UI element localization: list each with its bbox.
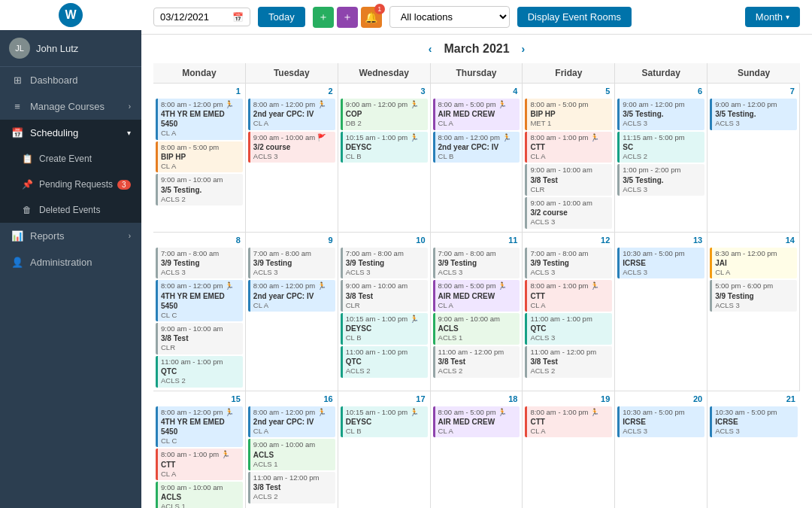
calendar-event[interactable]: 5:00 pm - 6:00 pm3/9 TestingACLS 3 xyxy=(710,280,797,312)
calendar-event[interactable]: 10:30 am - 5:00 pmICRSEACLS 3 xyxy=(617,248,704,279)
today-button[interactable]: Today xyxy=(258,7,305,27)
calendar-cell-20[interactable]: 2010:30 am - 5:00 pmICRSEACLS 3 xyxy=(615,391,707,509)
calendar-cell-3[interactable]: 39:00 am - 12:00 pm 🏃COPDB 210:15 am - 1… xyxy=(338,84,431,233)
calendar-event[interactable]: 9:00 am - 10:00 amACLSACLS 1 xyxy=(248,439,335,470)
calendar-cell-10[interactable]: 107:00 am - 8:00 am3/9 TestingACLS 39:00… xyxy=(338,233,431,391)
calendar-cell-2[interactable]: 28:00 am - 12:00 pm 🏃2nd year CPC: IVCL … xyxy=(246,84,338,233)
calendar-event[interactable]: 8:00 am - 12:00 pm 🏃2nd year CPC: IVCL A xyxy=(248,406,335,438)
event-sub: ACLS 3 xyxy=(623,427,701,436)
calendar-cell-15[interactable]: 158:00 am - 12:00 pm 🏃4TH YR EM EMED 545… xyxy=(153,391,246,509)
sidebar-item-administration[interactable]: 👤 Administration xyxy=(0,249,141,275)
calendar-event[interactable]: 8:00 am - 1:00 pm 🏃CTTCL A xyxy=(525,132,612,163)
calendar-event[interactable]: 8:00 am - 5:00 pm 🏃AIR MED CREWCL A xyxy=(433,406,520,438)
sidebar-item-scheduling[interactable]: 📅 Scheduling ▾ xyxy=(0,120,141,146)
calendar-event[interactable]: 8:00 am - 1:00 pm 🏃CTTCL A xyxy=(525,280,612,312)
calendar-cell-21[interactable]: 2110:30 am - 5:00 pmICRSEACLS 3 xyxy=(707,391,800,509)
sidebar-item-reports[interactable]: 📊 Reports › xyxy=(0,223,141,249)
event-title: CTT xyxy=(530,291,609,301)
calendar-event[interactable]: 11:00 am - 1:00 pmQTCACLS 3 xyxy=(525,313,612,345)
prev-month-button[interactable]: ‹ xyxy=(429,43,432,55)
sidebar-item-dashboard[interactable]: ⊞ Dashboard xyxy=(0,67,141,93)
event-time: 10:30 am - 5:00 pm xyxy=(715,408,795,417)
calendar-cell-16[interactable]: 168:00 am - 12:00 pm 🏃2nd year CPC: IVCL… xyxy=(246,391,338,509)
calendar-cell-18[interactable]: 188:00 am - 5:00 pm 🏃AIR MED CREWCL A xyxy=(431,391,523,509)
calendar-cell-6[interactable]: 69:00 am - 12:00 pm3/5 Testing.ACLS 311:… xyxy=(615,84,707,233)
calendar-event[interactable]: 8:00 am - 5:00 pmBIP HPMET 1 xyxy=(525,99,612,130)
calendar-date-number: 6 xyxy=(617,85,705,97)
calendar-event[interactable]: 10:15 am - 1:00 pm 🏃DEYSCCL B xyxy=(341,132,428,163)
calendar-event[interactable]: 11:00 am - 12:00 pm3/8 TestACLS 2 xyxy=(433,346,520,378)
calendar-event[interactable]: 8:00 am - 1:00 pm 🏃CTTCL A xyxy=(156,449,243,480)
calendar-icon[interactable]: 📅 xyxy=(232,12,244,23)
calendar-event[interactable]: 10:15 am - 1:00 pm 🏃DEYSCCL B xyxy=(341,406,428,438)
calendar-event[interactable]: 9:00 am - 12:00 pm3/5 Testing.ACLS 3 xyxy=(710,99,797,130)
calendar-event[interactable]: 8:00 am - 12:00 pm 🏃2nd year CPC: IVCL A xyxy=(248,99,335,130)
calendar-event[interactable]: 11:00 am - 12:00 pm3/8 TestACLS 2 xyxy=(525,346,612,378)
calendar-event[interactable]: 9:00 am - 12:00 pm3/5 Testing.ACLS 3 xyxy=(617,99,704,130)
display-rooms-button[interactable]: Display Event Rooms xyxy=(517,7,632,27)
sidebar-item-create-event[interactable]: 📋 Create Event xyxy=(0,146,141,172)
calendar-event[interactable]: 7:00 am - 8:00 am3/9 TestingACLS 3 xyxy=(341,248,428,279)
calendar-event[interactable]: 8:00 am - 12:00 pm 🏃4TH YR EM EMED 5450C… xyxy=(156,99,243,140)
calendar-cell-17[interactable]: 1710:15 am - 1:00 pm 🏃DEYSCCL B xyxy=(338,391,431,509)
date-input[interactable]: 03/12/2021 xyxy=(160,11,228,23)
event-time: 8:00 am - 12:00 pm 🏃 xyxy=(161,281,240,291)
calendar-nav: ‹ March 2021 › xyxy=(153,42,800,56)
event-title: 3/8 Test xyxy=(161,333,240,343)
calendar-event[interactable]: 8:00 am - 5:00 pm 🏃AIR MED CREWCL A xyxy=(433,99,520,130)
calendar-event[interactable]: 7:00 am - 8:00 am3/9 TestingACLS 3 xyxy=(525,248,612,279)
calendar-event[interactable]: 9:00 am - 12:00 pm 🏃COPDB 2 xyxy=(341,99,428,130)
calendar-cell-11[interactable]: 117:00 am - 8:00 am3/9 TestingACLS 38:00… xyxy=(431,233,523,391)
calendar-cell-13[interactable]: 1310:30 am - 5:00 pmICRSEACLS 3 xyxy=(615,233,707,391)
calendar-date-number: 4 xyxy=(432,85,521,97)
calendar-cell-14[interactable]: 148:30 am - 12:00 pmJAICL A5:00 pm - 6:0… xyxy=(707,233,800,391)
calendar-cell-4[interactable]: 48:00 am - 5:00 pm 🏃AIR MED CREWCL A8:00… xyxy=(431,84,523,233)
calendar-event[interactable]: 9:00 am - 10:00 am3/2 courseACLS 3 xyxy=(525,197,612,229)
calendar-cell-19[interactable]: 198:00 am - 1:00 pm 🏃CTTCL A xyxy=(523,391,615,509)
calendar-cell-1[interactable]: 18:00 am - 12:00 pm 🏃4TH YR EM EMED 5450… xyxy=(153,84,246,233)
calendar-event[interactable]: 9:00 am - 10:00 amACLSACLS 1 xyxy=(433,313,520,345)
location-select[interactable]: All locations Location A Location B xyxy=(389,6,510,28)
calendar-event[interactable]: 8:00 am - 5:00 pmBIP HPCL A xyxy=(156,141,243,173)
calendar-event[interactable]: 7:00 am - 8:00 am3/9 TestingACLS 3 xyxy=(156,248,243,279)
next-month-button[interactable]: › xyxy=(522,43,526,55)
event-time: 10:15 am - 1:00 pm 🏃 xyxy=(346,408,425,417)
calendar-event[interactable]: 1:00 pm - 2:00 pm3/5 Testing.ACLS 3 xyxy=(617,164,704,196)
sidebar-item-deleted-events[interactable]: 🗑 Deleted Events xyxy=(0,197,141,223)
calendar-event[interactable]: 8:00 am - 12:00 pm 🏃2nd year CPC: IVCL B xyxy=(433,132,520,163)
sidebar-item-manage-courses[interactable]: ≡ Manage Courses › xyxy=(0,93,141,120)
calendar-event[interactable]: 8:00 am - 1:00 pm 🏃CTTCL A xyxy=(525,406,612,438)
calendar-event[interactable]: 7:00 am - 8:00 am3/9 TestingACLS 3 xyxy=(248,248,335,279)
calendar-event[interactable]: 10:30 am - 5:00 pmICRSEACLS 3 xyxy=(710,406,798,438)
calendar-event[interactable]: 11:15 am - 5:00 pmSCACLS 2 xyxy=(617,132,704,163)
calendar-event[interactable]: 9:00 am - 10:00 amACLSACLS 1 xyxy=(156,482,243,508)
event-title: BIP HP xyxy=(161,152,240,162)
calendar-event[interactable]: 10:30 am - 5:00 pmICRSEACLS 3 xyxy=(617,406,704,438)
sidebar-item-pending-requests[interactable]: 📌 Pending Requests 3 xyxy=(0,172,141,197)
calendar-event[interactable]: 9:00 am - 10:00 am3/8 TestCLR xyxy=(156,323,243,354)
calendar-event[interactable]: 9:00 am - 10:00 am3/8 TestCLR xyxy=(525,164,612,196)
calendar-event[interactable]: 11:00 am - 1:00 pmQTCACLS 2 xyxy=(156,356,243,388)
calendar-event[interactable]: 8:00 am - 12:00 pm 🏃4TH YR EM EMED 5450C… xyxy=(156,406,243,448)
calendar-cell-9[interactable]: 97:00 am - 8:00 am3/9 TestingACLS 38:00 … xyxy=(246,233,338,391)
calendar-event[interactable]: 9:00 am - 10:00 am 🚩3/2 courseACLS 3 xyxy=(248,132,335,163)
calendar-event[interactable]: 8:30 am - 12:00 pmJAICL A xyxy=(710,248,797,279)
add-event-icon[interactable]: ＋ xyxy=(313,7,334,28)
calendar-cell-8[interactable]: 87:00 am - 8:00 am3/9 TestingACLS 38:00 … xyxy=(153,233,246,391)
calendar-event[interactable]: 11:00 am - 1:00 pmQTCACLS 2 xyxy=(341,346,428,378)
calendar-event[interactable]: 9:00 am - 10:00 am3/8 TestCLR xyxy=(341,280,428,312)
calendar-event[interactable]: 11:00 am - 12:00 pm3/8 TestACLS 2 xyxy=(248,472,335,503)
calendar-event[interactable]: 10:15 am - 1:00 pm 🏃DEYSCCL B xyxy=(341,313,428,345)
calendar-event[interactable]: 8:00 am - 12:00 pm 🏃4TH YR EM EMED 5450C… xyxy=(156,280,243,321)
calendar-cell-7[interactable]: 79:00 am - 12:00 pm3/5 Testing.ACLS 3 xyxy=(707,84,800,233)
calendar-cell-12[interactable]: 127:00 am - 8:00 am3/9 TestingACLS 38:00… xyxy=(523,233,615,391)
calendar-date-number: 19 xyxy=(524,393,613,405)
month-view-button[interactable]: Month ▾ xyxy=(745,7,800,27)
calendar-event[interactable]: 8:00 am - 12:00 pm 🏃2nd year CPC: IVCL A xyxy=(248,280,335,312)
add-purple-icon[interactable]: ＋ xyxy=(337,7,358,28)
notification-icon[interactable]: 🔔 1 xyxy=(361,7,382,28)
calendar-event[interactable]: 8:00 am - 5:00 pm 🏃AIR MED CREWCL A xyxy=(433,280,520,312)
calendar-event[interactable]: 7:00 am - 8:00 am3/9 TestingACLS 3 xyxy=(433,248,520,279)
calendar-cell-5[interactable]: 58:00 am - 5:00 pmBIP HPMET 18:00 am - 1… xyxy=(523,84,615,233)
calendar-event[interactable]: 9:00 am - 10:00 am3/5 Testing.ACLS 2 xyxy=(156,174,243,205)
